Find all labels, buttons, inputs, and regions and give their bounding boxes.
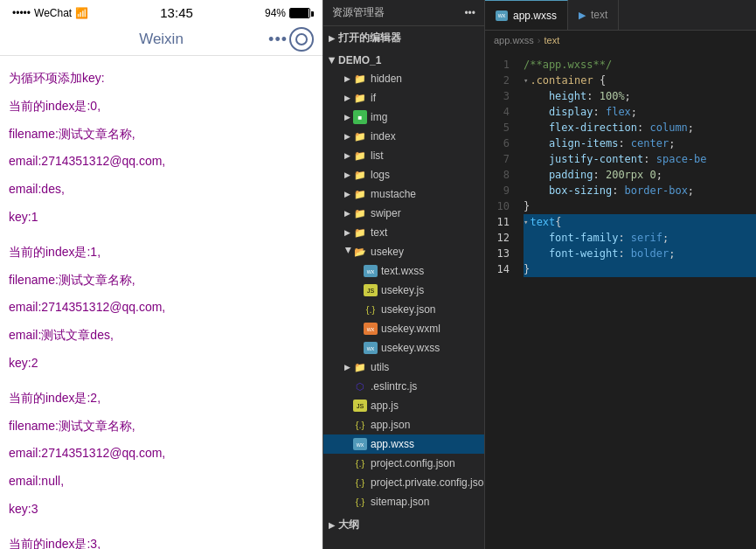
- code-line-5: flex-direction: column;: [524, 120, 756, 136]
- line-num-1: 1: [485, 57, 517, 73]
- tab-sep-icon: ▶: [579, 10, 586, 21]
- line-num-12: 12: [485, 230, 517, 246]
- val-fontweight: bolder: [631, 246, 669, 261]
- utils-label: utils: [371, 361, 389, 373]
- battery-area: 94%: [265, 7, 310, 19]
- folder-text[interactable]: ▶ 📁 text: [323, 223, 484, 242]
- breadcrumb-separator: ›: [538, 35, 541, 45]
- json-icon-app: {.}: [353, 418, 367, 432]
- code-area[interactable]: /**app.wxss**/ ▾.container { height: 100…: [517, 50, 756, 549]
- file-usekey-wxss[interactable]: wx usekey.wxss: [323, 338, 484, 358]
- index-label: index: [371, 130, 396, 142]
- project-config-label: project.config.json: [371, 457, 455, 469]
- folder-logs[interactable]: ▶ 📁 logs: [323, 165, 484, 184]
- entry-2: 当前的index是:2, filename:测试文章名称, email:2714…: [9, 388, 314, 520]
- file-app-wxss[interactable]: wx app.wxss: [323, 434, 484, 454]
- outline-arrow: ▶: [329, 521, 335, 530]
- explorer-more-icon[interactable]: •••: [464, 7, 475, 19]
- collapse-2[interactable]: ▾: [524, 73, 528, 88]
- code-line-3: height: 100%;: [524, 88, 756, 104]
- logs-arrow: ▶: [344, 170, 353, 179]
- file-project-private-config[interactable]: {.} project.private.config.json: [323, 473, 484, 492]
- semi-4: ;: [631, 104, 637, 120]
- folder-usekey[interactable]: ▶ 📂 usekey: [323, 242, 484, 261]
- hidden-label: hidden: [371, 73, 402, 85]
- folder-icon-text: 📁: [353, 226, 367, 240]
- file-eslintrc[interactable]: ⬡ .eslintrc.js: [323, 377, 484, 396]
- projconfig-arrow: [344, 459, 353, 468]
- phone-panel: ••••• WeChat 📶 13:45 94% Weixin ••• 为循环项…: [0, 0, 323, 549]
- folder-icon-hidden: 📁: [353, 72, 367, 86]
- signal-area: ••••• WeChat 📶: [12, 7, 88, 19]
- code-line-6: align-items: center;: [524, 136, 756, 151]
- code-line-1: /**app.wxss**/: [524, 57, 756, 73]
- file-sitemap[interactable]: {.} sitemap.json: [323, 492, 484, 511]
- folder-hidden[interactable]: ▶ 📁 hidden: [323, 69, 484, 88]
- phone-nav-bar: Weixin •••: [0, 24, 323, 56]
- folder-icon-index: 📁: [353, 129, 367, 143]
- colon-4: :: [593, 104, 605, 120]
- file-usekey-wxml[interactable]: wx usekey.wxml: [323, 319, 484, 338]
- json-icon-projconfig: {.}: [353, 456, 367, 470]
- opened-editors-toggle[interactable]: ▶ 打开的编辑器: [323, 28, 484, 48]
- explorer-panel: 资源管理器 ••• ▶ 打开的编辑器 ▶ DEMO_1 ▶ 📁 hidden ▶…: [323, 0, 485, 549]
- usekey-js-arrow: [355, 286, 364, 295]
- index-label-0: 当前的index是:0,: [9, 96, 314, 117]
- record-button[interactable]: [289, 27, 314, 52]
- file-app-js[interactable]: JS app.js: [323, 396, 484, 415]
- line-num-5: 5: [485, 120, 517, 136]
- phone-status-bar: ••••• WeChat 📶 13:45 94%: [0, 0, 323, 24]
- comment-1: /**app.wxss**/: [524, 57, 612, 73]
- wxml-icon-usekey: wx: [364, 323, 378, 335]
- folder-if[interactable]: ▶ 📁 if: [323, 88, 484, 108]
- folder-icon-if: 📁: [353, 91, 367, 105]
- semi-3: ;: [625, 88, 631, 104]
- email2-1: email:测试文章des,: [9, 325, 314, 346]
- index-label-3: 当前的index是:3,: [9, 534, 314, 549]
- editor-tab-bar: wx app.wxss ▶ text: [485, 0, 756, 31]
- file-project-config[interactable]: {.} project.config.json: [323, 454, 484, 473]
- folder-icon-list: 📁: [353, 149, 367, 163]
- prop-padding: padding: [524, 167, 593, 183]
- logs-label: logs: [371, 169, 390, 181]
- opened-editors-arrow: ▶: [329, 34, 335, 43]
- prop-fontfamily: font-family: [524, 230, 618, 246]
- outline-toggle[interactable]: ▶ 大纲: [323, 515, 484, 535]
- file-app-json[interactable]: {.} app.json: [323, 415, 484, 434]
- filename-1: filename:测试文章名称,: [9, 270, 314, 291]
- prop-justify: justify-content: [524, 151, 643, 167]
- tab-app-wxss[interactable]: wx app.wxss: [485, 0, 568, 31]
- file-usekey-js[interactable]: JS usekey.js: [323, 281, 484, 300]
- usekey-json-label: usekey.json: [381, 303, 435, 316]
- app-js-label: app.js: [371, 400, 399, 412]
- folder-icon-usekey: 📂: [353, 245, 367, 259]
- code-line-13: font-weight: bolder;: [524, 246, 756, 261]
- file-text-wxss[interactable]: wx text.wxss: [323, 261, 484, 281]
- entry-1: 当前的index是:1, filename:测试文章名称, email:2714…: [9, 242, 314, 374]
- folder-utils[interactable]: ▶ 📁 utils: [323, 358, 484, 377]
- entry-3: 当前的index是:3, filename:测试文章名称, email:2714…: [9, 534, 314, 549]
- folder-swiper[interactable]: ▶ 📁 swiper: [323, 204, 484, 223]
- json-icon-sitemap: {.}: [353, 495, 367, 509]
- folder-icon-utils: 📁: [353, 360, 367, 374]
- demo-toggle[interactable]: ▶ DEMO_1: [323, 52, 484, 69]
- val-boxsizing: border-box: [625, 183, 688, 198]
- more-icon[interactable]: •••: [268, 31, 288, 49]
- folder-index[interactable]: ▶ 📁 index: [323, 127, 484, 146]
- code-line-10: }: [524, 198, 756, 214]
- usekey-json-arrow: [355, 305, 364, 314]
- record-inner: [295, 33, 308, 45]
- line-num-4: 4: [485, 104, 517, 120]
- wifi-icon: 📶: [75, 7, 88, 19]
- eslint-arrow: [344, 382, 353, 391]
- file-usekey-json[interactable]: {.} usekey.json: [323, 300, 484, 319]
- folder-img[interactable]: ▶ ■ img: [323, 108, 484, 127]
- wxss-icon-text: wx: [364, 265, 378, 277]
- tab-text[interactable]: ▶ text: [568, 0, 619, 31]
- val-display: flex: [606, 104, 631, 120]
- folder-list[interactable]: ▶ 📁 list: [323, 146, 484, 165]
- phone-nav-title: Weixin: [139, 31, 184, 48]
- collapse-11[interactable]: ▾: [524, 214, 528, 230]
- semi-9: ;: [688, 183, 694, 198]
- folder-mustache[interactable]: ▶ 📁 mustache: [323, 184, 484, 204]
